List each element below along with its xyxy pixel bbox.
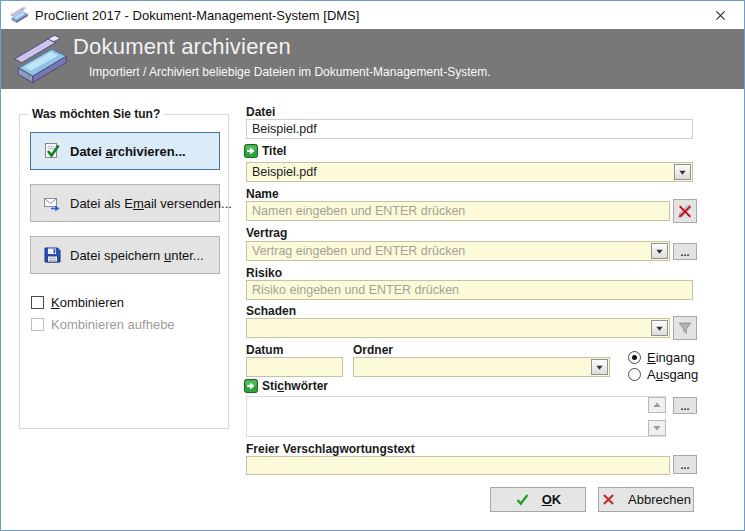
checkbox-kombinieren[interactable]: Kombinieren: [31, 295, 124, 310]
send-email-button[interactable]: Datei als Email versenden...: [30, 184, 220, 222]
vertrag-input[interactable]: [247, 242, 650, 260]
radio-ausgang[interactable]: Ausgang: [628, 367, 698, 382]
close-icon: [714, 9, 727, 22]
titel-dropdown-button[interactable]: [674, 164, 691, 180]
cancel-label: Abbrechen: [628, 492, 691, 507]
action-groupbox: Was möchten Sie tun? Datei archivieren..…: [19, 114, 229, 429]
dialog-header: Dokument archivieren Importiert / Archiv…: [1, 29, 744, 89]
radio-label: Eingang: [647, 350, 695, 365]
ok-button[interactable]: OK: [490, 487, 586, 512]
vertrag-label: Vertrag: [246, 226, 287, 240]
stichwoerter-listbox[interactable]: [246, 396, 666, 437]
green-arrow-icon: [244, 144, 258, 158]
chevron-down-icon: [678, 168, 687, 177]
risiko-input[interactable]: [246, 280, 693, 300]
stichwoerter-label: Stichwörter: [262, 379, 328, 393]
schaden-filter-button: [673, 316, 697, 340]
filter-funnel-icon: [677, 320, 693, 336]
arrow-up-icon: [652, 400, 662, 410]
ok-label: OK: [542, 492, 562, 507]
button-label: Datei speichern unter...: [70, 248, 204, 263]
ordner-label: Ordner: [353, 343, 393, 357]
vertrag-more-button[interactable]: ...: [673, 243, 697, 260]
risiko-label: Risiko: [246, 266, 282, 280]
stichwoerter-scroll-up-button[interactable]: [648, 397, 666, 413]
vertrag-dropdown-button[interactable]: [651, 243, 668, 259]
name-label: Name: [246, 187, 279, 201]
header-title: Dokument archivieren: [73, 34, 291, 60]
save-as-button[interactable]: Datei speichern unter...: [30, 236, 220, 274]
pencil-delete-icon: [677, 203, 693, 219]
groupbox-title: Was möchten Sie tun?: [28, 107, 164, 121]
datum-input[interactable]: [246, 357, 343, 377]
schaden-combobox[interactable]: [246, 318, 670, 338]
stichwoerter-more-button[interactable]: ...: [673, 397, 697, 414]
window-title: ProClient 2017 - Dokument-Management-Sys…: [35, 8, 359, 23]
schaden-label: Schaden: [246, 304, 296, 318]
checkbox-label: Kombinieren aufhebe: [51, 317, 175, 332]
archive-check-icon: [43, 142, 61, 160]
ordner-input[interactable]: [354, 358, 590, 376]
cancel-x-icon: [601, 492, 616, 507]
checkbox-icon: [31, 318, 44, 331]
radio-icon: [628, 368, 641, 381]
ordner-combobox[interactable]: [353, 357, 610, 377]
titel-label-row: Titel: [244, 144, 286, 158]
freitext-more-button[interactable]: ...: [673, 455, 697, 474]
ok-check-icon: [515, 492, 530, 507]
datei-label: Datei: [246, 105, 275, 119]
titel-combobox[interactable]: [246, 162, 693, 182]
freitext-input[interactable]: [246, 456, 670, 475]
checkbox-icon: [31, 296, 44, 309]
stichwoerter-scroll-down-button[interactable]: [648, 420, 666, 436]
schaden-dropdown-button[interactable]: [651, 320, 668, 336]
title-bar: ProClient 2017 - Dokument-Management-Sys…: [1, 1, 744, 29]
titel-input[interactable]: [247, 163, 673, 181]
button-label: Datei archivieren...: [70, 144, 186, 159]
green-arrow-icon: [244, 379, 258, 393]
radio-label: Ausgang: [647, 367, 698, 382]
titel-label: Titel: [262, 144, 286, 158]
arrow-down-icon: [652, 423, 662, 433]
header-subtitle: Importiert / Archiviert beliebige Dateie…: [89, 65, 491, 79]
close-button[interactable]: [704, 5, 736, 26]
schaden-input[interactable]: [247, 319, 650, 337]
chevron-down-icon: [595, 363, 604, 372]
stichwoerter-label-row: Stichwörter: [244, 379, 328, 393]
checkbox-kombinieren-aufhebe: Kombinieren aufhebe: [31, 317, 175, 332]
email-icon: [43, 194, 61, 212]
dialog-window: ProClient 2017 - Dokument-Management-Sys…: [0, 0, 745, 531]
cancel-button[interactable]: Abbrechen: [598, 487, 694, 512]
vertrag-combobox[interactable]: [246, 241, 670, 261]
clear-name-button[interactable]: [673, 199, 697, 223]
ordner-dropdown-button[interactable]: [591, 359, 608, 375]
dialog-body: Was möchten Sie tun? Datei archivieren..…: [1, 89, 744, 530]
scanner-icon: [11, 34, 69, 84]
radio-icon: [628, 351, 641, 364]
archive-file-button[interactable]: Datei archivieren...: [30, 132, 220, 170]
name-input[interactable]: [246, 201, 670, 221]
checkbox-label: Kombinieren: [51, 295, 124, 310]
chevron-down-icon: [655, 324, 664, 333]
radio-eingang[interactable]: Eingang: [628, 350, 695, 365]
datum-label: Datum: [246, 343, 283, 357]
save-icon: [43, 246, 61, 264]
freitext-label: Freier Verschlagwortungstext: [246, 442, 415, 456]
app-scanner-icon: [9, 7, 29, 23]
chevron-down-icon: [655, 247, 664, 256]
button-label: Datei als Email versenden...: [70, 196, 232, 211]
datei-field[interactable]: [246, 119, 693, 139]
